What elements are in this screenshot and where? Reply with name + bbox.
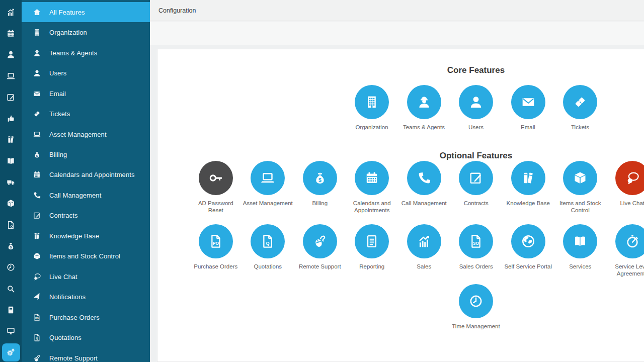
configuration-panel: Core FeaturesOrganizationTeams & AgentsU… [157, 49, 644, 362]
feature-call-management[interactable]: Call Management [398, 161, 450, 207]
rail-item-growth-chart[interactable] [0, 2, 22, 23]
globe-icon [520, 233, 537, 250]
building-icon [32, 28, 42, 37]
books-icon [520, 169, 537, 187]
feature-reporting[interactable]: Reporting [346, 224, 398, 270]
feature-sales-orders[interactable]: Sales Orders [450, 224, 503, 270]
feature-row: OrganizationTeams & AgentsUsersEmailTick… [157, 85, 644, 131]
feature-circle [511, 85, 545, 119]
sidebar-item-calendars-and-appointments[interactable]: Calendars and Appointments [22, 165, 150, 185]
page-title: Configuration [158, 7, 196, 14]
delivery-truck-icon [6, 177, 16, 188]
sidebar-item-notifications[interactable]: Notifications [22, 287, 150, 307]
feature-ad-password-reset[interactable]: AD Password Reset [190, 161, 242, 214]
rail-item-monitor[interactable] [0, 320, 22, 341]
rail-item-quote-document[interactable] [0, 214, 22, 235]
sidebar-item-call-management[interactable]: Call Management [22, 185, 150, 205]
box-icon [572, 169, 589, 187]
feature-tickets[interactable]: Tickets [554, 85, 606, 131]
laptop-icon [259, 169, 276, 187]
rail-item-clock[interactable] [0, 257, 22, 278]
sidebar-item-live-chat[interactable]: Live Chat [22, 266, 150, 287]
sidebar-item-knowledge-base[interactable]: Knowledge Base [22, 226, 150, 246]
feature-users[interactable]: Users [450, 85, 502, 131]
rail-item-settings-gears[interactable] [0, 342, 22, 362]
rail-item-thumbs-up[interactable] [0, 108, 22, 129]
feature-knowledge-base[interactable]: Knowledge Base [502, 161, 554, 207]
feature-label: Call Management [400, 200, 448, 207]
rail-item-laptop[interactable] [0, 65, 22, 86]
sidebar-item-billing[interactable]: Billing [22, 144, 150, 164]
feature-label: Items and Stock Control [554, 200, 607, 214]
icon-rail [0, 0, 22, 362]
sidebar-item-email[interactable]: Email [22, 83, 150, 104]
feature-items-and-stock-control[interactable]: Items and Stock Control [554, 161, 607, 214]
feature-self-service-portal[interactable]: Self Service Portal [502, 224, 554, 270]
rail-item-user[interactable] [0, 44, 22, 65]
rail-item-books[interactable] [0, 129, 22, 150]
sidebar-item-organization[interactable]: Organization [22, 22, 150, 42]
feature-label: Remote Support [298, 263, 342, 270]
sidebar-item-all-features[interactable]: All Features [22, 2, 150, 22]
quote-document-icon [6, 220, 16, 230]
feature-label: Knowledge Base [506, 200, 551, 207]
feature-live-chat[interactable]: Live Chat [606, 161, 644, 207]
sidebar-item-label: Purchase Orders [49, 314, 100, 321]
calendar-icon [363, 169, 380, 187]
sidebar-item-label: Users [49, 69, 66, 77]
money-bag-icon [311, 169, 329, 187]
feature-service-level-agreements[interactable]: Service Level Agreements [606, 224, 644, 277]
sidebar-item-purchase-orders[interactable]: Purchase Orders [22, 307, 150, 327]
sidebar-item-remote-support[interactable]: Remote Support [22, 348, 150, 362]
feature-teams-agents[interactable]: Teams & Agents [398, 85, 450, 131]
feature-time-management[interactable]: Time Management [450, 284, 502, 330]
feature-circle [511, 161, 545, 195]
sidebar-item-tickets[interactable]: Tickets [22, 104, 150, 124]
sidebar-item-label: Items and Stock Control [49, 252, 120, 260]
feature-services[interactable]: Services [554, 224, 607, 270]
feature-billing[interactable]: Billing [294, 161, 346, 207]
ticket-icon [32, 109, 42, 119]
rail-item-edit-note[interactable] [0, 86, 22, 108]
doc-po-icon [207, 233, 224, 250]
rail-item-delivery-truck[interactable] [0, 171, 22, 193]
envelope-icon [520, 94, 537, 111]
feature-label: Quotations [253, 263, 283, 270]
doc-so-icon [467, 233, 485, 250]
feature-label: Live Chat [619, 200, 644, 207]
growth-chart-icon [6, 7, 16, 18]
rail-item-search[interactable] [0, 278, 22, 299]
rail-item-calendar[interactable] [0, 23, 22, 44]
feature-label: Teams & Agents [402, 124, 446, 131]
sidebar-item-users[interactable]: Users [22, 63, 150, 83]
sidebar-item-quotations[interactable]: Quotations [22, 328, 150, 348]
sidebar-item-label: Email [49, 90, 66, 98]
feature-label: AD Password Reset [190, 200, 242, 214]
doc-q-icon [32, 333, 42, 342]
books-icon [6, 134, 16, 145]
feature-sales[interactable]: Sales [398, 224, 450, 270]
feature-circle [355, 85, 389, 119]
sidebar-item-teams-agents[interactable]: Teams & Agents [22, 43, 150, 63]
feature-remote-support[interactable]: Remote Support [294, 224, 346, 270]
rail-item-stock-box[interactable] [0, 193, 22, 214]
feature-purchase-orders[interactable]: Purchase Orders [190, 224, 242, 270]
edit-note-icon [6, 92, 16, 103]
feature-email[interactable]: Email [502, 85, 554, 131]
rail-item-money-bag[interactable] [0, 235, 22, 256]
rail-item-document[interactable] [0, 299, 22, 320]
calendar-icon [6, 28, 16, 39]
sidebar-item-contracts[interactable]: Contracts [22, 206, 150, 226]
feature-circle [459, 224, 493, 258]
feature-circle [407, 161, 441, 195]
sidebar-item-label: Knowledge Base [49, 232, 99, 240]
feature-quotations[interactable]: Quotations [242, 224, 294, 270]
feature-contracts[interactable]: Contracts [450, 161, 503, 207]
sidebar-item-items-and-stock-control[interactable]: Items and Stock Control [22, 246, 150, 266]
rail-item-open-book[interactable] [0, 150, 22, 171]
sidebar-item-asset-management[interactable]: Asset Management [22, 124, 150, 144]
report-doc-icon [363, 233, 380, 250]
feature-asset-management[interactable]: Asset Management [242, 161, 294, 207]
feature-calendars-and-appointments[interactable]: Calendars and Appointments [346, 161, 398, 214]
feature-organization[interactable]: Organization [346, 85, 398, 131]
